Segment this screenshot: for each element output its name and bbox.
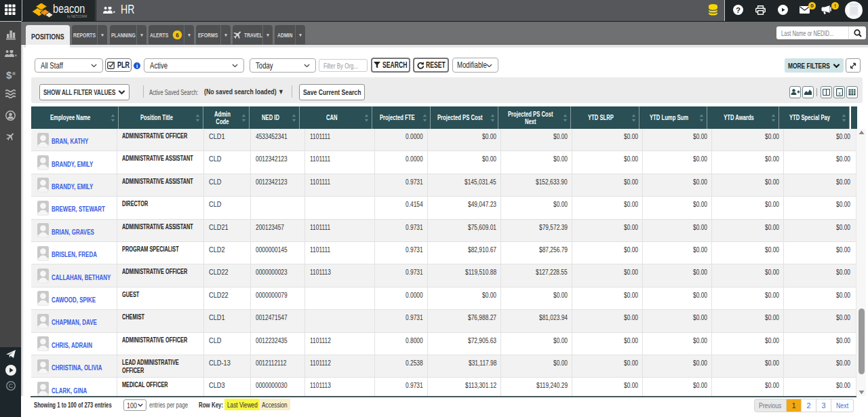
svg-text:x: x — [838, 91, 841, 96]
svg-text:?: ? — [736, 6, 741, 14]
svg-text:$: $ — [6, 70, 12, 80]
svg-text:C: C — [8, 382, 13, 389]
